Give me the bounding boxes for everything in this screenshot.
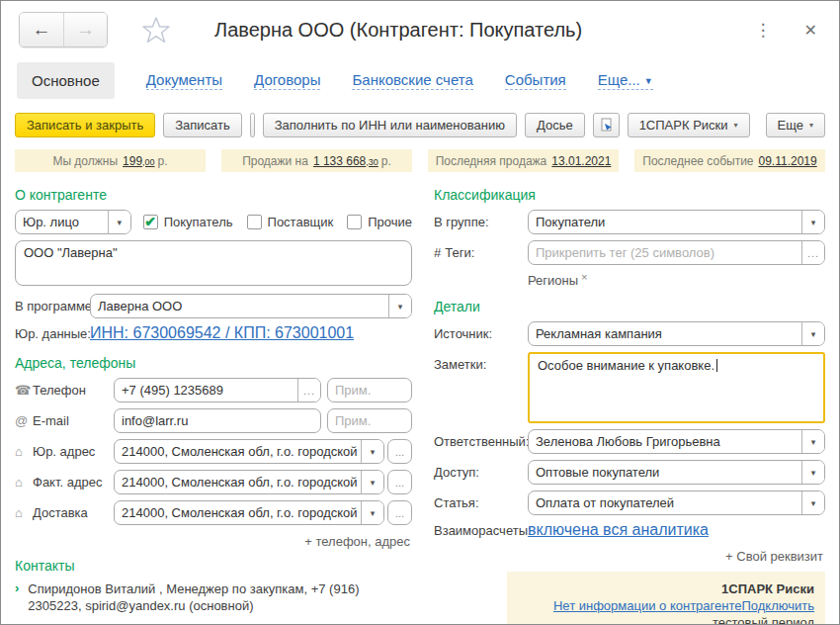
last-sale-panel: Последняя продажа 13.01.2021 bbox=[428, 149, 619, 172]
we-owe-amount-link[interactable]: 199,00 bbox=[123, 154, 155, 168]
favorite-star-button[interactable] bbox=[141, 16, 171, 45]
delivery-address-row: ⌂ Доставка 214000, Смоленская обл, г.о. … bbox=[15, 500, 412, 525]
section-details-heading: Детали bbox=[434, 299, 825, 314]
we-owe-currency: р. bbox=[158, 154, 168, 168]
chevron-down-icon[interactable]: ▾ bbox=[801, 461, 824, 484]
delivery-address-ellipsis-button[interactable]: ... bbox=[387, 500, 412, 525]
document-arrow-icon bbox=[599, 118, 614, 133]
sales-amount-link[interactable]: 1 133 668,30 bbox=[313, 154, 378, 168]
sales-currency: р. bbox=[381, 154, 391, 168]
add-custom-attribute-link[interactable]: + Свой реквизит bbox=[436, 549, 823, 564]
contact-item[interactable]: › Спиридонов Виталий , Менеджер по закуп… bbox=[15, 580, 412, 614]
forward-arrow-icon: → bbox=[76, 19, 95, 41]
chevron-down-icon[interactable]: ▾ bbox=[801, 491, 824, 514]
chevron-down-icon[interactable]: ▾ bbox=[108, 211, 130, 233]
in-program-select[interactable]: Лаверна ООО ▾ bbox=[90, 294, 412, 318]
email-input[interactable]: info@larr.ru bbox=[114, 408, 321, 433]
chevron-down-icon[interactable]: ▾ bbox=[388, 295, 411, 317]
create-based-on-button[interactable]: ▾ bbox=[251, 114, 255, 136]
email-note-input[interactable]: Прим. bbox=[327, 408, 412, 433]
spark-no-info-link[interactable]: Нет информации о контрагенте bbox=[553, 598, 742, 613]
add-phone-address-link[interactable]: + телефон, адрес bbox=[17, 534, 410, 549]
dossier-button[interactable]: Досье bbox=[525, 113, 585, 137]
fill-by-inn-button[interactable]: Заполнить по ИНН или наименованию bbox=[263, 113, 517, 137]
phone-input[interactable]: +7 (495) 1235689 ... bbox=[114, 378, 321, 402]
forward-button[interactable]: → bbox=[63, 13, 107, 46]
close-button[interactable]: ✕ bbox=[804, 21, 817, 40]
tab-events[interactable]: События bbox=[505, 71, 566, 90]
tab-bank-accounts[interactable]: Банковские счета bbox=[352, 71, 472, 90]
settlements-analytics-link[interactable]: включена вся аналитика bbox=[528, 521, 709, 539]
access-row: Доступ: Оптовые покупатели ▾ bbox=[434, 460, 825, 485]
save-and-close-button[interactable]: Записать и закрыть bbox=[15, 113, 155, 137]
back-button[interactable]: ← bbox=[20, 13, 63, 46]
last-event-date-link[interactable]: 09.11.2019 bbox=[759, 154, 817, 168]
phone-note-input[interactable]: Прим. bbox=[327, 378, 412, 402]
entity-type-select[interactable]: Юр. лицо ▾ bbox=[15, 210, 131, 234]
actual-address-ellipsis-button[interactable]: ... bbox=[387, 470, 412, 494]
legal-address-ellipsis-button[interactable]: ... bbox=[387, 439, 412, 464]
chevron-down-icon[interactable]: ▾ bbox=[361, 471, 383, 493]
remove-tag-icon[interactable]: × bbox=[581, 271, 587, 283]
legal-data-label: Юр. данные: bbox=[15, 326, 90, 341]
document-check-button[interactable] bbox=[593, 113, 620, 137]
chevron-down-icon[interactable]: ▾ bbox=[801, 430, 824, 453]
in-program-row: В программе: Лаверна ООО ▾ bbox=[15, 294, 412, 318]
actual-address-input[interactable]: 214000, Смоленская обл, г.о. городской о… bbox=[114, 470, 384, 494]
article-label: Статья: bbox=[434, 495, 528, 510]
star-icon bbox=[141, 16, 171, 45]
access-select[interactable]: Оптовые покупатели ▾ bbox=[528, 460, 825, 485]
window-menu-button[interactable]: ⋮ bbox=[745, 20, 783, 41]
tab-contracts[interactable]: Договоры bbox=[254, 71, 320, 90]
access-label: Доступ: bbox=[434, 465, 528, 480]
chevron-down-icon[interactable]: ▾ bbox=[801, 211, 824, 233]
toolbar: Записать и закрыть Записать ▾ ▾ Запо bbox=[1, 111, 839, 145]
checkbox-supplier[interactable]: Поставщик bbox=[247, 215, 334, 229]
group-select[interactable]: Покупатели ▾ bbox=[528, 210, 825, 234]
actual-address-label: Факт. адрес bbox=[33, 475, 114, 490]
hash-icon: # bbox=[434, 245, 441, 260]
chevron-down-icon[interactable]: ▾ bbox=[801, 322, 824, 345]
article-select[interactable]: Оплата от покупателей ▾ bbox=[528, 491, 825, 515]
email-note-placeholder: Прим. bbox=[328, 413, 411, 428]
source-select[interactable]: Рекламная кампания ▾ bbox=[528, 321, 825, 346]
email-row: @ E-mail info@larr.ru Прим. bbox=[15, 408, 412, 433]
article-value: Оплата от покупателей bbox=[529, 495, 801, 510]
tab-main[interactable]: Основное bbox=[17, 62, 115, 99]
actual-address-value: 214000, Смоленская обл, г.о. городской о… bbox=[115, 475, 361, 490]
sales-frac: ,30 bbox=[366, 157, 378, 167]
ellipsis-icon: ... bbox=[395, 507, 404, 519]
last-sale-date-link[interactable]: 13.01.2021 bbox=[551, 154, 611, 168]
more-actions-button[interactable]: Еще ▾ bbox=[766, 113, 825, 137]
checkbox-supplier-label: Поставщик bbox=[268, 215, 334, 229]
tab-documents[interactable]: Документы bbox=[146, 71, 222, 90]
responsible-select[interactable]: Зеленова Любовь Григорьевна ▾ bbox=[528, 429, 825, 454]
checkbox-buyer[interactable]: ✔ Покупатель bbox=[143, 215, 233, 229]
email-value: info@larr.ru bbox=[115, 413, 320, 428]
notes-textarea[interactable]: Особое внимание к упаковке. bbox=[528, 352, 825, 423]
phone-row: ☎ Телефон +7 (495) 1235689 ... Прим. bbox=[15, 378, 412, 402]
checkbox-other[interactable]: Прочие bbox=[347, 215, 412, 229]
tags-input[interactable]: Прикрепить тег (25 символов) ... bbox=[528, 240, 825, 265]
full-name-textarea[interactable]: ООО "Лаверна" bbox=[15, 240, 412, 286]
ellipsis-icon[interactable]: ... bbox=[801, 241, 824, 264]
save-button[interactable]: Записать bbox=[163, 113, 242, 137]
source-value: Рекламная кампания bbox=[529, 326, 801, 341]
tab-more[interactable]: Еще...▼ bbox=[598, 71, 653, 90]
group-value: Покупатели bbox=[529, 215, 801, 229]
delivery-address-input[interactable]: 214000, Смоленская обл, г.о. городской о… bbox=[114, 500, 384, 525]
entity-type-row: Юр. лицо ▾ ✔ Покупатель Поставщик Прочие bbox=[15, 210, 412, 234]
section-about-heading: О контрагенте bbox=[15, 187, 412, 203]
legal-address-input[interactable]: 214000, Смоленская обл, г.о. городской о… bbox=[114, 439, 384, 464]
chevron-down-icon[interactable]: ▾ bbox=[361, 501, 383, 524]
spark-risks-button[interactable]: 1СПАРК Риски ▾ bbox=[628, 113, 750, 137]
text-cursor bbox=[716, 359, 717, 372]
delivery-address-value: 214000, Смоленская обл, г.о. городской о… bbox=[115, 505, 361, 520]
ellipsis-icon: ... bbox=[395, 446, 404, 458]
in-program-label: В программе: bbox=[15, 299, 90, 313]
home-icon: ⌂ bbox=[15, 444, 33, 459]
ellipsis-icon[interactable]: ... bbox=[297, 379, 320, 402]
chevron-down-icon[interactable]: ▾ bbox=[361, 440, 383, 463]
inn-kpp-link[interactable]: ИНН: 6730069542 / КПП: 673001001 bbox=[90, 324, 354, 342]
spark-connect-link[interactable]: Подключить bbox=[741, 598, 814, 613]
